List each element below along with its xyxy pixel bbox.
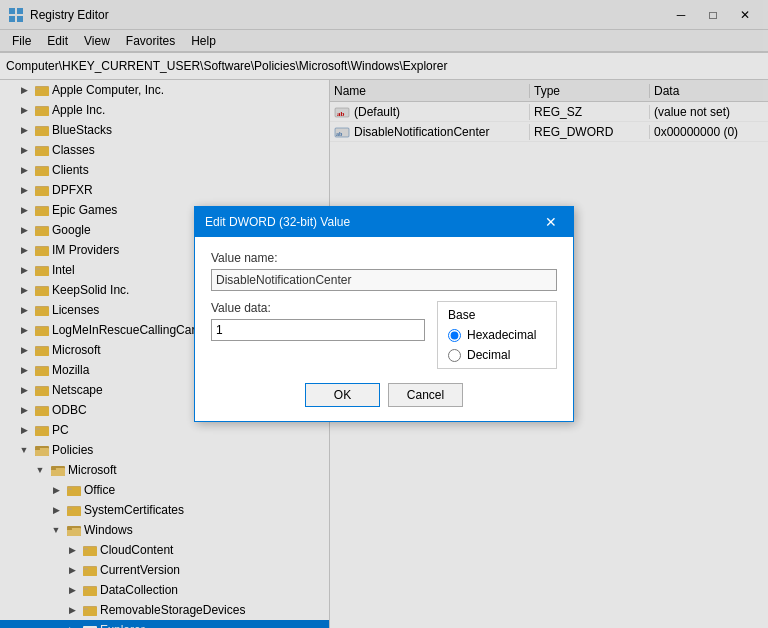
radio-hex-label: Hexadecimal: [467, 328, 536, 342]
radio-dec-label: Decimal: [467, 348, 510, 362]
radio-group-base: Hexadecimal Decimal: [448, 328, 546, 362]
dialog-body: Value name: Value data: Base Hexadecimal: [195, 237, 573, 421]
radio-hexadecimal[interactable]: Hexadecimal: [448, 328, 546, 342]
base-section: Base Hexadecimal Decimal: [437, 301, 557, 369]
cancel-button[interactable]: Cancel: [388, 383, 463, 407]
ok-button[interactable]: OK: [305, 383, 380, 407]
radio-dec-input[interactable]: [448, 349, 461, 362]
dialog-title: Edit DWORD (32-bit) Value: [205, 215, 350, 229]
dialog-title-bar: Edit DWORD (32-bit) Value ✕: [195, 207, 573, 237]
value-data-label: Value data:: [211, 301, 425, 315]
dialog-close-button[interactable]: ✕: [539, 210, 563, 234]
base-label: Base: [448, 308, 546, 322]
value-data-input[interactable]: [211, 319, 425, 341]
value-data-section: Value data:: [211, 301, 425, 369]
value-name-label: Value name:: [211, 251, 557, 265]
dialog-overlay: Edit DWORD (32-bit) Value ✕ Value name: …: [0, 0, 768, 628]
radio-hex-input[interactable]: [448, 329, 461, 342]
radio-decimal[interactable]: Decimal: [448, 348, 546, 362]
value-name-input[interactable]: [211, 269, 557, 291]
dialog-buttons: OK Cancel: [211, 383, 557, 407]
edit-dword-dialog: Edit DWORD (32-bit) Value ✕ Value name: …: [194, 206, 574, 422]
